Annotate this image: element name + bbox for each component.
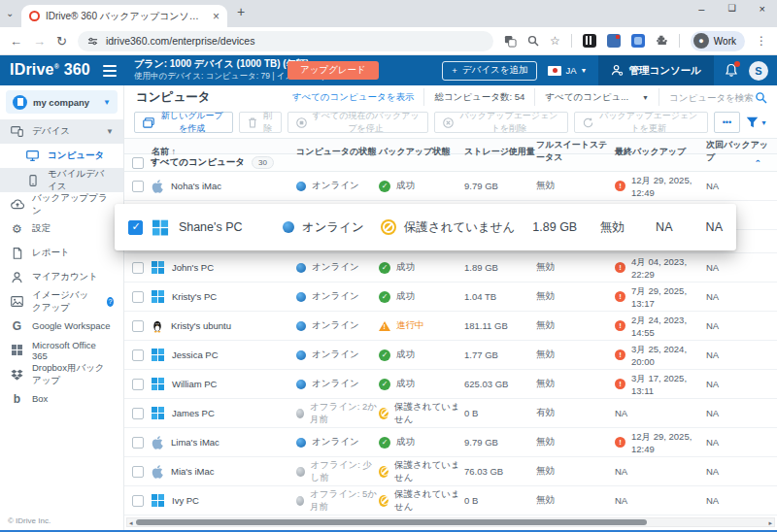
table-row[interactable]: Kristy's ubuntuオンライン進行中181.11 GB無効!2月 24…	[124, 312, 777, 341]
search-input[interactable]	[669, 92, 755, 103]
upgrade-button[interactable]: アップグレード	[287, 61, 379, 80]
copyright-text: © IDrive Inc.	[8, 516, 51, 525]
table-row[interactable]: James PCオフライン: 2か月前保護されていません0 B有効NANA	[124, 399, 777, 428]
browser-menu-icon[interactable]: ⋮	[756, 34, 767, 48]
table-row[interactable]: Noha's iMacオンライン✓成功9.79 GB無効!12月 29, 202…	[124, 172, 777, 201]
table-row[interactable]: Jessica PCオンライン✓成功1.77 GB無効!3月 25, 2024,…	[124, 341, 777, 370]
toolbar-button-0[interactable]: 新しいグループを作成	[134, 112, 233, 133]
extension-icon-1[interactable]	[583, 34, 596, 48]
table-row[interactable]: John's PCオンライン✓成功1.89 GB無効!4月 04, 2023, …	[124, 253, 777, 283]
sidebar-item--[interactable]: レポート	[0, 241, 123, 265]
zoom-icon[interactable]	[527, 35, 539, 47]
table-row[interactable]: Kristy's PCオンライン✓成功1.04 TB無効!7月 29, 2025…	[124, 283, 777, 312]
company-selector[interactable]: my company ▼	[6, 90, 118, 114]
extensions-puzzle-icon[interactable]	[656, 35, 668, 48]
sidebar-item--[interactable]: ⚙設定	[0, 216, 123, 241]
column-backup-state[interactable]: バックアップ状態	[379, 146, 464, 158]
row-checkbox[interactable]	[128, 220, 143, 235]
address-bar[interactable]: idrive360.com/enterprise/devices	[78, 31, 493, 51]
collapse-chevron-icon[interactable]: ⌃	[754, 158, 761, 168]
online-status-icon	[296, 438, 306, 448]
hover-row-card[interactable]: Shane's PC オンライン 保護されていません 1.89 GB 無効 NA…	[115, 204, 736, 250]
column-next-backup[interactable]: 次回バックアップ	[706, 139, 777, 164]
toolbar-button-2[interactable]: すべての現在のバックアップを停止	[287, 112, 428, 133]
window-close-button[interactable]: ×	[760, 3, 765, 15]
sidebar-item--[interactable]: マイアカウント	[0, 265, 123, 289]
tab-search-icon[interactable]: ⌄	[6, 8, 14, 18]
fullsuite-status: 有効	[536, 407, 615, 419]
forward-button[interactable]: →	[33, 35, 46, 48]
bookmark-star-icon[interactable]: ☆	[550, 34, 560, 48]
row-checkbox[interactable]	[132, 466, 144, 478]
last-backup: 7月 29, 2025, 13:17	[631, 285, 706, 309]
sidebar-item--[interactable]: コンピュータ	[0, 144, 123, 168]
scrollbar-thumb[interactable]	[136, 519, 647, 525]
company-building-icon	[13, 95, 27, 110]
scroll-left-icon[interactable]: ◂	[129, 518, 133, 527]
extension-icon-3[interactable]	[631, 34, 645, 48]
column-storage[interactable]: ストレージ使用量	[464, 146, 536, 158]
computers-filter-dropdown[interactable]: すべてのコンピュ...▼	[534, 88, 659, 106]
row-checkbox[interactable]	[132, 291, 144, 303]
new-tab-button[interactable]: +	[237, 4, 245, 19]
table-row[interactable]: William PCオンライン✓成功625.03 GB無効!3月 17, 202…	[124, 370, 777, 399]
row-checkbox[interactable]	[132, 379, 144, 390]
toolbar-button-3[interactable]: バックアップエージェントを削除	[434, 112, 568, 133]
user-avatar[interactable]: S	[749, 61, 768, 81]
sidebar-item--[interactable]: バックアッププラン	[0, 192, 123, 216]
sidebar-item-google-workspace[interactable]: GGoogle Workspace	[0, 314, 123, 338]
column-computer-state[interactable]: コンピュータの状態	[296, 146, 379, 158]
back-button[interactable]: ←	[10, 35, 22, 48]
windows-logo-icon	[152, 494, 164, 507]
site-settings-icon[interactable]	[87, 36, 98, 47]
sidebar-item-dropbox-[interactable]: Dropbox用バックアップ	[0, 362, 123, 386]
windows-logo-icon	[152, 290, 164, 303]
sidebar-item--[interactable]: モバイルデバイス	[0, 168, 123, 192]
row-checkbox[interactable]	[132, 408, 144, 419]
translate-icon[interactable]	[504, 35, 517, 48]
window-maximize-button[interactable]: ❑	[727, 3, 735, 15]
add-device-button[interactable]: +デバイスを追加	[442, 61, 537, 81]
column-last-backup[interactable]: 最終バックアップ	[615, 146, 706, 158]
profile-avatar: ●	[693, 33, 709, 49]
row-checkbox[interactable]	[132, 262, 144, 274]
backup-state-text: 保護されていません	[394, 488, 464, 514]
column-fullsuite-status[interactable]: フルスイートステータス	[536, 139, 615, 164]
search-icon[interactable]	[755, 91, 767, 104]
language-selector[interactable]: JA ▼	[548, 65, 587, 76]
hamburger-menu-icon[interactable]	[103, 65, 117, 77]
scroll-right-icon[interactable]: ▸	[768, 518, 772, 527]
table-row[interactable]: Mia's iMacオフライン: 少し前保護されていません76.03 GB無効N…	[124, 457, 777, 486]
notifications-bell-icon[interactable]	[725, 63, 738, 78]
tab-close-icon[interactable]: ×	[213, 10, 220, 23]
row-checkbox[interactable]	[132, 437, 144, 449]
row-checkbox[interactable]	[132, 495, 144, 507]
browser-tab[interactable]: IDrive® 360 バックアップコンソール ×	[21, 5, 227, 27]
toolbar-button-4[interactable]: バックアップエージェントを更新	[574, 112, 708, 133]
sidebar-item-microsoft-office-365[interactable]: Microsoft Office 365	[0, 338, 123, 362]
sidebar-item--[interactable]: デバイス▼	[0, 119, 123, 144]
storage-used: 9.79 GB	[464, 181, 536, 191]
toolbar-button-5[interactable]: •••	[714, 112, 740, 133]
admin-console-button[interactable]: 管理コンソール	[598, 55, 714, 85]
row-checkbox[interactable]	[132, 181, 144, 192]
table-row[interactable]: Lima's iMacオンライン✓成功9.79 GB無効!12月 29, 202…	[124, 428, 777, 457]
sidebar-item-label: バックアッププラン	[32, 192, 114, 217]
sidebar-item--[interactable]: イメージバックアップ?	[0, 289, 123, 314]
row-checkbox[interactable]	[132, 349, 144, 361]
window-minimize-button[interactable]: –	[698, 3, 704, 15]
table-row[interactable]: Ivy PCオフライン: 5か月前保護されていません0 B無効NANA	[124, 486, 777, 515]
horizontal-scrollbar[interactable]: ◂ ▸	[126, 517, 775, 527]
browser-profile-button[interactable]: ● Work	[691, 31, 745, 51]
backup-state-text: 成功	[396, 180, 415, 192]
extension-icon-2[interactable]	[607, 34, 621, 48]
filter-button[interactable]: ▼	[746, 116, 767, 128]
backup-state-text: 成功	[396, 290, 415, 303]
row-checkbox[interactable]	[132, 320, 144, 332]
sidebar-item-box[interactable]: bBox	[0, 386, 123, 411]
show-all-computers-link[interactable]: すべてのコンピュータを表示	[283, 88, 424, 106]
main-content: コンピュータ すべてのコンピュータを表示 総コンピュータ数: 54 すべてのコン…	[124, 85, 777, 532]
toolbar-button-1[interactable]: 削除	[239, 112, 282, 133]
group-checkbox[interactable]	[132, 157, 144, 169]
reload-button[interactable]: ↻	[56, 35, 67, 48]
